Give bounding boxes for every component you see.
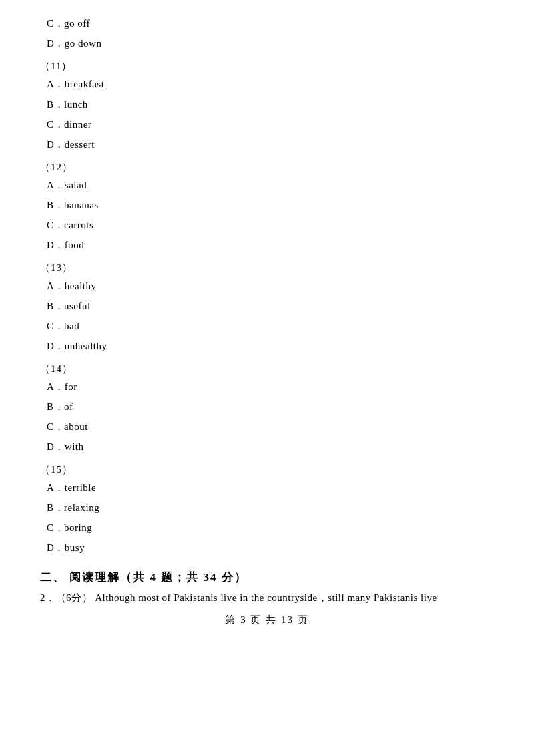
list-item: C．boring (47, 518, 494, 538)
list-item: C．go off (47, 13, 494, 33)
list-item: D．unhealthy (47, 336, 494, 356)
list-item: A．healthy (47, 276, 494, 296)
list-item: C．about (47, 417, 494, 437)
list-item: D．go down (47, 33, 494, 53)
list-item: A．salad (47, 175, 494, 195)
list-item: C．bad (47, 316, 494, 336)
question-number: （13） (40, 262, 494, 274)
list-item: B．lunch (47, 94, 494, 114)
section-problem: 2．（6分） Although most of Pakistanis live … (40, 589, 494, 607)
options-list: C．go offD．go down（11）A．breakfastB．lunchC… (40, 13, 494, 558)
list-item: D．dessert (47, 134, 494, 154)
list-item: B．useful (47, 296, 494, 316)
question-number: （12） (40, 161, 494, 174)
question-number: （11） (40, 60, 494, 73)
list-item: A．breakfast (47, 74, 494, 94)
question-number: （14） (40, 363, 494, 375)
list-item: B．relaxing (47, 498, 494, 518)
list-item: A．for (47, 377, 494, 397)
list-item: A．terrible (47, 478, 494, 498)
list-item: D．food (47, 235, 494, 255)
section-header: 二、 阅读理解（共 4 题；共 34 分） (40, 570, 494, 585)
footer-page: 第 3 页 共 13 页 (40, 614, 494, 626)
list-item: D．busy (47, 538, 494, 558)
list-item: D．with (47, 437, 494, 457)
list-item: C．dinner (47, 114, 494, 134)
question-number: （15） (40, 463, 494, 476)
list-item: B．of (47, 397, 494, 417)
list-item: B．bananas (47, 195, 494, 215)
main-content: C．go offD．go down（11）A．breakfastB．lunchC… (40, 13, 494, 626)
list-item: C．carrots (47, 215, 494, 235)
